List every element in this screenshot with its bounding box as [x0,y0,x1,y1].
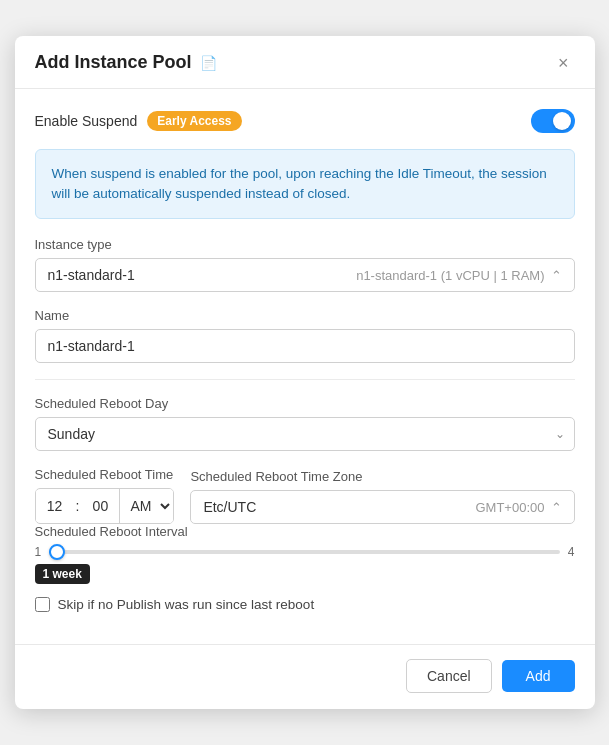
early-access-badge: Early Access [147,111,241,131]
scheduled-reboot-day-label: Scheduled Reboot Day [35,396,575,411]
skip-checkbox[interactable] [35,597,50,612]
cancel-button[interactable]: Cancel [406,659,492,693]
scheduled-reboot-interval-section: Scheduled Reboot Interval 1 4 1 week [35,524,575,581]
enable-suspend-toggle[interactable] [531,109,575,133]
slider-min: 1 [35,545,42,559]
add-button[interactable]: Add [502,660,575,692]
close-button[interactable]: × [552,52,575,74]
scheduled-reboot-day-select[interactable]: Sunday Monday Tuesday Wednesday Thursday… [35,417,575,451]
add-instance-pool-modal: Add Instance Pool 📄 × Enable Suspend Ear… [15,36,595,710]
instance-type-detail: n1-standard-1 (1 vCPU | 1 RAM) [356,268,544,283]
scheduled-reboot-timezone-label: Scheduled Reboot Time Zone [190,469,574,484]
skip-checkbox-row: Skip if no Publish was run since last re… [35,597,575,612]
enable-suspend-left: Enable Suspend Early Access [35,111,242,131]
modal-body: Enable Suspend Early Access When suspend… [15,89,595,639]
timezone-offset: GMT+00:00 [475,500,544,515]
modal-title: Add Instance Pool 📄 [35,52,217,73]
scheduled-reboot-time-section: Scheduled Reboot Time : AM PM [35,467,175,524]
name-input[interactable] [35,329,575,363]
time-colon: : [74,498,82,514]
modal-title-text: Add Instance Pool [35,52,192,73]
timezone-select[interactable]: Etc/UTC GMT+00:00 ⌃ [190,490,574,524]
info-box-text: When suspend is enabled for the pool, up… [52,166,547,201]
info-box: When suspend is enabled for the pool, up… [35,149,575,220]
skip-checkbox-label: Skip if no Publish was run since last re… [58,597,315,612]
toggle-slider [531,109,575,133]
instance-type-section: Instance type n1-standard-1 n1-standard-… [35,237,575,292]
ampm-select[interactable]: AM PM [119,489,173,523]
scheduled-reboot-interval-label: Scheduled Reboot Interval [35,524,575,539]
time-input-group: : AM PM [35,488,175,524]
timezone-chevron-icon: ⌃ [551,500,562,515]
interval-slider[interactable] [49,550,560,554]
enable-suspend-label: Enable Suspend [35,113,138,129]
hour-input[interactable] [36,490,74,522]
time-row: Scheduled Reboot Time : AM PM Scheduled … [35,467,575,524]
instance-type-value: n1-standard-1 [48,267,135,283]
timezone-right: GMT+00:00 ⌃ [475,500,561,515]
slider-track-wrapper: 1 4 [35,545,575,559]
name-section: Name [35,308,575,363]
scheduled-reboot-day-section: Scheduled Reboot Day Sunday Monday Tuesd… [35,396,575,451]
slider-max: 4 [568,545,575,559]
modal-footer: Cancel Add [15,644,595,709]
doc-icon: 📄 [200,55,217,71]
divider [35,379,575,380]
modal-header: Add Instance Pool 📄 × [15,36,595,89]
instance-type-right: n1-standard-1 (1 vCPU | 1 RAM) ⌃ [356,268,561,283]
instance-type-select[interactable]: n1-standard-1 n1-standard-1 (1 vCPU | 1 … [35,258,575,292]
timezone-value: Etc/UTC [203,499,256,515]
enable-suspend-row: Enable Suspend Early Access [35,109,575,133]
slider-value-label: 1 week [35,564,90,584]
instance-type-chevron: ⌃ [551,268,562,283]
scheduled-reboot-time-label: Scheduled Reboot Time [35,467,175,482]
instance-type-label: Instance type [35,237,575,252]
scheduled-reboot-timezone-section: Scheduled Reboot Time Zone Etc/UTC GMT+0… [190,469,574,524]
scheduled-reboot-day-wrapper: Sunday Monday Tuesday Wednesday Thursday… [35,417,575,451]
name-label: Name [35,308,575,323]
minute-input[interactable] [81,490,119,522]
